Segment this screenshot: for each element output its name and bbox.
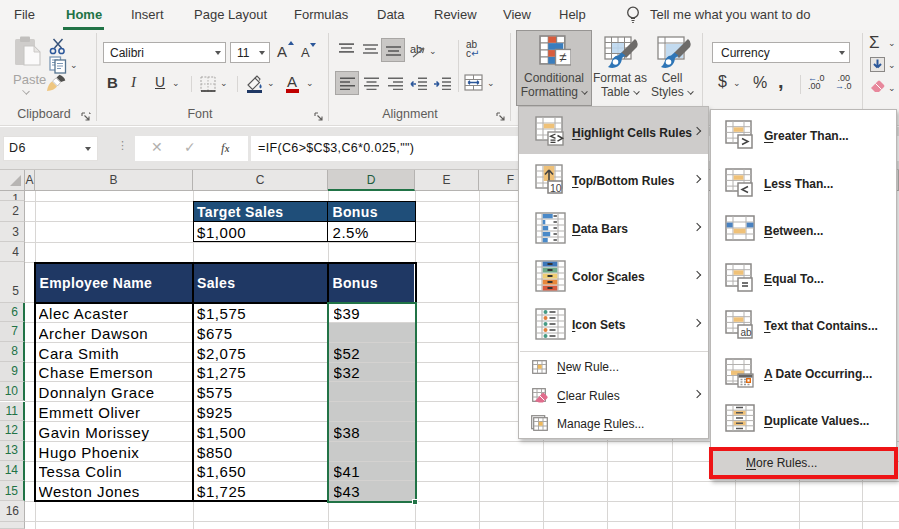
svg-text:10: 10 (550, 182, 562, 194)
svg-text:≠: ≠ (559, 50, 566, 65)
svg-text:ab: ab (741, 327, 753, 338)
